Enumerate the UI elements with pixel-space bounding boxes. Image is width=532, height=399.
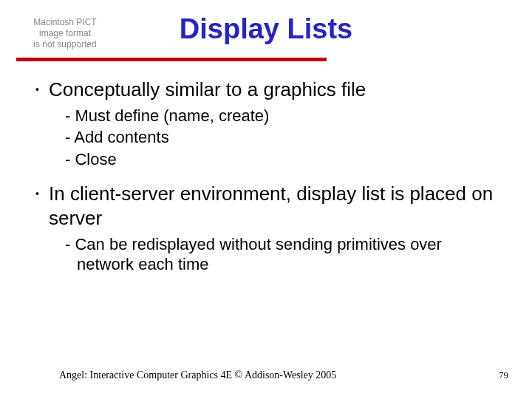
bullet-icon: • <box>35 83 49 96</box>
sub-bullet-item: - Add contents <box>65 127 501 148</box>
footer-text: Angel: Interactive Computer Graphics 4E … <box>59 369 336 381</box>
sub-bullet-text: Close <box>75 150 116 168</box>
bullet-text: Conceptually similar to a graphics file <box>49 78 366 100</box>
sub-bullet-item: - Can be redisplayed without sending pri… <box>65 234 501 275</box>
bullet-icon: • <box>35 188 49 200</box>
sub-bullet-text: Add contents <box>74 128 168 146</box>
slide-title: Display Lists <box>0 13 532 45</box>
slide: Macintosh PICTimage formatis not support… <box>0 0 532 399</box>
sub-bullet-item: - Close <box>65 149 501 170</box>
sub-bullet-text: Can be redisplayed without sending primi… <box>75 235 441 274</box>
title-underline <box>16 58 327 61</box>
page-number: 79 <box>499 369 508 381</box>
content-area: •Conceptually similar to a graphics file… <box>28 77 501 276</box>
bullet-item: •Conceptually similar to a graphics file <box>28 77 501 101</box>
sub-bullet-text: Must define (name, create) <box>75 106 269 125</box>
bullet-text: In client-server environment, display li… <box>49 183 493 229</box>
sub-bullet-item: - Must define (name, create) <box>65 106 501 126</box>
spacer <box>28 171 501 181</box>
bullet-item: •In client-server environment, display l… <box>28 181 501 229</box>
